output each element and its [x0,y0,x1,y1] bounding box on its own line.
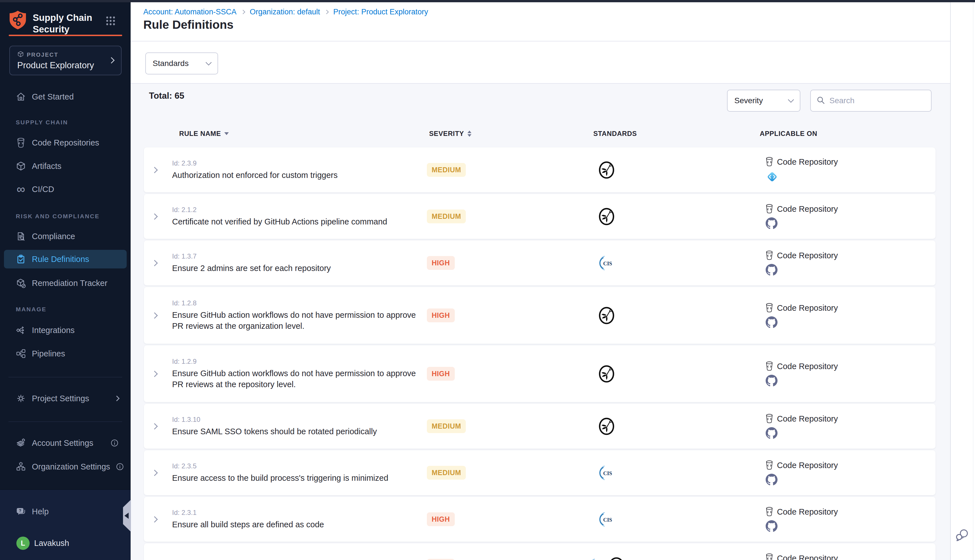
rule-name: Authorization not enforced for custom tr… [172,170,420,181]
rule-id: Id: 2.1.2 [172,206,426,214]
table-row[interactable]: Id: 2.1.2Certificate not verified by Git… [144,194,935,239]
breadcrumb-project-link[interactable]: Project: Product Exploratory [333,8,428,17]
table-row[interactable]: Id: 2.3.9Authorization not enforced for … [144,147,935,192]
rule-id: Id: 1.2.9 [172,358,426,365]
cis-icon: CIS [599,512,614,527]
sidebar-item-rule-definitions[interactable]: Rule Definitions [4,250,127,268]
scrollbar-track[interactable] [973,2,973,560]
breadcrumb-account-link[interactable]: Account: Automation-SSCA [143,8,236,17]
brand-accent-line [9,35,122,36]
search-input[interactable] [829,96,925,105]
row-expand-chevron-icon[interactable] [152,213,158,220]
severity-badge: MEDIUM [427,466,466,480]
sort-descending-icon [224,132,229,135]
applicable-on-label: Code Repository [777,414,838,423]
standards-cell [572,194,641,239]
severity-badge: MEDIUM [427,210,466,223]
table-row[interactable]: Id: 1.3.7Ensure 2 admins are set for eac… [144,240,935,285]
github-icon [766,427,838,439]
info-circle-icon[interactable] [110,439,119,447]
chevron-right-icon [324,10,329,14]
cis-icon: CIS [599,255,614,271]
table-row[interactable]: Id: 2.3.1Ensure all build steps are defi… [144,497,935,542]
row-expand-chevron-icon[interactable] [152,312,158,318]
severity-dropdown[interactable]: Severity [727,90,800,112]
severity-badge: HIGH [427,512,455,526]
support-chat-icon[interactable] [955,528,969,543]
user-menu[interactable]: L Lavakush [4,534,127,552]
row-expand-chevron-icon[interactable] [152,370,158,377]
sidebar-item-help[interactable]: ? Help [4,502,127,521]
table-row[interactable]: Id: 1.3.10Ensure SAML SSO tokens should … [144,404,935,448]
severity-badge: HIGH [427,308,455,322]
search-icon [816,96,825,105]
owasp-icon [609,557,624,560]
standards-cell: CIS [572,450,641,495]
code-repository-icon [765,507,773,517]
column-header-rule-name[interactable]: RULE NAME [179,130,229,138]
row-expand-chevron-icon[interactable] [152,260,158,266]
document-search-icon [15,231,26,242]
sidebar-item-integrations[interactable]: Integrations [4,321,127,340]
rule-id: Id: 2.3.9 [172,159,426,167]
module-grid-icon[interactable] [105,16,116,27]
page-title: Rule Definitions [143,18,234,32]
github-icon [766,317,838,328]
github-icon [766,264,838,276]
project-selector[interactable]: PROJECT Product Exploratory [9,46,122,75]
code-repository-icon [765,361,773,372]
project-eyebrow-label: PROJECT [27,52,58,58]
standards-cell: CIS [572,543,641,560]
rule-name: Ensure GitHub action workflows do not ha… [172,310,420,332]
row-expand-chevron-icon[interactable] [152,423,158,430]
app-title: Supply Chain Security [33,12,92,35]
code-repository-icon [765,204,773,215]
row-expand-chevron-icon[interactable] [152,470,158,476]
sidebar-item-pipelines[interactable]: Pipelines [4,344,127,363]
svg-text:CIS: CIS [603,517,612,523]
applicable-on-cell: Code Repository [765,497,838,542]
svg-text:CIS: CIS [603,260,612,267]
row-expand-chevron-icon[interactable] [152,516,158,522]
rule-name: Ensure SAML SSO tokens should be rotated… [172,426,420,437]
sidebar-item-get-started[interactable]: Get Started [4,87,127,106]
gear-icon [15,393,26,404]
owasp-icon [599,307,614,324]
github-icon [766,474,838,485]
info-circle-icon[interactable] [116,462,124,471]
standards-dropdown[interactable]: Standards [145,52,218,75]
applicable-on-cell: Code Repository [765,194,838,239]
code-repository-icon [765,303,773,313]
table-row[interactable]: Id: 2.3.5Ensure access to the build proc… [144,450,935,495]
severity-badge: HIGH [427,559,455,560]
applicable-on-label: Code Repository [777,303,838,313]
applicable-on-cell: Code Repository [765,147,838,192]
rules-table-body: Id: 2.3.9Authorization not enforced for … [144,147,935,560]
clipboard-check-icon [15,254,26,265]
sidebar-item-code-repositories[interactable]: Code Repositories [4,133,127,152]
table-row[interactable]: Id: 1.2.9Ensure GitHub action workflows … [144,345,935,402]
sidebar-item-project-settings[interactable]: Project Settings [4,389,127,408]
severity-badge: HIGH [427,256,455,270]
sidebar-item-cicd[interactable]: ∞ CI/CD [4,180,127,198]
user-name: Lavakush [34,538,69,548]
owasp-icon [599,418,614,435]
sidebar-item-remediation-tracker[interactable]: Remediation Tracker [4,274,127,292]
sidebar-item-compliance[interactable]: Compliance [4,227,127,246]
cube-icon [17,51,24,58]
sidebar-item-artifacts[interactable]: Artifacts [4,157,127,175]
column-header-severity[interactable]: SEVERITY [429,130,471,138]
table-row[interactable]: Id: 1.1.9HIGHCISCode Repository [144,543,935,560]
rule-id: Id: 2.3.1 [172,509,426,517]
right-gutter [950,2,975,560]
breadcrumb-organization-link[interactable]: Organization: default [250,8,320,17]
applicable-on-label: Code Repository [777,554,838,560]
sidebar-item-account-settings[interactable]: Account Settings [4,434,127,452]
rule-id: Id: 2.3.5 [172,462,426,470]
owasp-icon [599,365,614,383]
table-row[interactable]: Id: 1.2.8Ensure GitHub action workflows … [144,287,935,344]
row-expand-chevron-icon[interactable] [152,167,158,173]
rule-name: Ensure access to the build process's tri… [172,473,420,483]
sidebar: Supply Chain Security PROJECT Product Ex… [0,0,130,560]
sidebar-item-organization-settings[interactable]: Organization Settings [4,457,127,476]
